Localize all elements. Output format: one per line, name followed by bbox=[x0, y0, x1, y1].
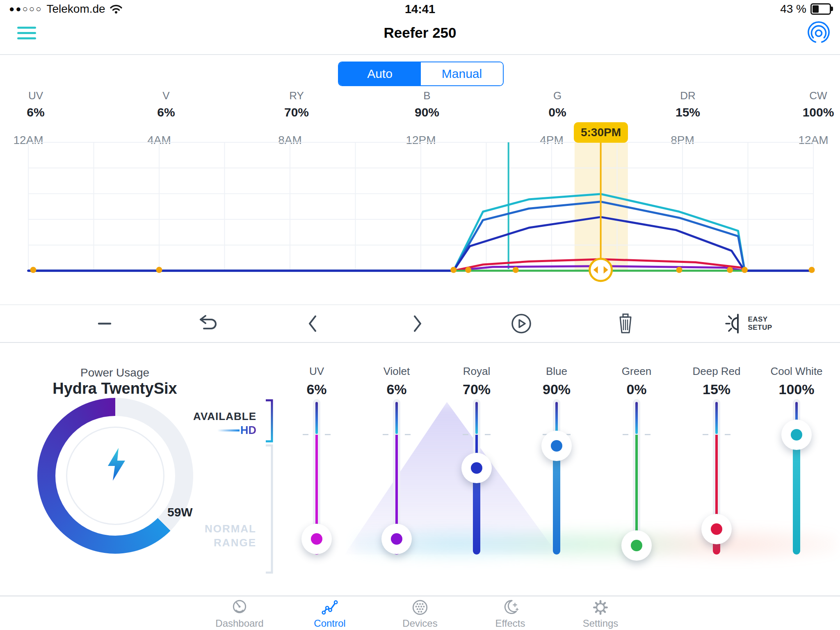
slider-thumb-dot bbox=[471, 462, 482, 474]
undo-button[interactable] bbox=[192, 307, 226, 340]
channel-code: CW bbox=[785, 89, 840, 102]
slider-channel-name: Blue bbox=[517, 365, 596, 378]
easy-setup-icon bbox=[721, 310, 744, 337]
easy-setup-button[interactable]: EASY SETUP bbox=[700, 307, 794, 340]
schedule-point[interactable] bbox=[450, 267, 457, 273]
chevron-right-icon bbox=[415, 316, 420, 331]
schedule-point[interactable] bbox=[727, 267, 733, 273]
next-point-button[interactable] bbox=[400, 307, 434, 340]
slider-hd-segment bbox=[315, 402, 318, 434]
channel-slider[interactable]: Deep Red 15% bbox=[677, 360, 756, 582]
selected-time-badge[interactable]: 5:30PM bbox=[574, 122, 628, 143]
channel-summary-value: 15% bbox=[655, 105, 721, 119]
channel-summary-value: 6% bbox=[3, 105, 68, 119]
easy-setup-label-line1: EASY bbox=[748, 315, 767, 323]
broadcast-icon[interactable] bbox=[805, 21, 829, 46]
channel-slider[interactable]: Blue 90% bbox=[517, 360, 596, 582]
channel-code: V bbox=[133, 89, 199, 102]
device-name: Hydra TwentySix bbox=[25, 380, 205, 397]
channel-slider[interactable]: Green 0% bbox=[597, 360, 676, 582]
channel-code: UV bbox=[3, 89, 68, 102]
play-icon bbox=[508, 310, 534, 337]
chart-toolbar: EASY SETUP bbox=[0, 304, 840, 343]
channel-code: RY bbox=[264, 89, 329, 102]
series-blue bbox=[28, 202, 813, 271]
tab-dashboard[interactable]: Dashboard bbox=[219, 596, 260, 630]
tab-manual[interactable]: Manual bbox=[421, 62, 503, 85]
channel-summary: RY 70% bbox=[264, 89, 329, 119]
slider-thumb[interactable] bbox=[461, 453, 492, 483]
channel-summary: UV 6% bbox=[3, 89, 68, 119]
schedule-point[interactable] bbox=[809, 267, 815, 273]
slider-thumb[interactable] bbox=[781, 420, 812, 450]
slider-channel-value: 15% bbox=[677, 381, 756, 397]
channel-summary: B 90% bbox=[394, 89, 460, 119]
slider-filled-bar bbox=[793, 435, 800, 555]
slider-thumb-dot bbox=[711, 523, 722, 535]
tab-control[interactable]: Control bbox=[309, 596, 350, 630]
slider-channel-name: UV bbox=[277, 365, 356, 378]
slider-channel-name: Violet bbox=[357, 365, 436, 378]
range-brackets bbox=[265, 399, 275, 576]
battery-percent: 43 % bbox=[780, 2, 806, 16]
slider-thumb-dot bbox=[391, 533, 402, 545]
hd-logo-text: HD bbox=[240, 424, 256, 437]
slider-channel-value: 90% bbox=[517, 381, 596, 397]
gear-icon bbox=[591, 598, 610, 617]
tab-settings[interactable]: Settings bbox=[580, 596, 621, 630]
schedule-point[interactable] bbox=[742, 267, 748, 273]
time-scrubber-handle[interactable] bbox=[590, 259, 612, 281]
schedule-point[interactable] bbox=[676, 267, 682, 273]
slider-hd-segment bbox=[715, 402, 718, 434]
zoom-out-button[interactable] bbox=[87, 307, 122, 340]
schedule-point[interactable] bbox=[156, 267, 162, 273]
slider-thumb[interactable] bbox=[621, 530, 652, 561]
power-usage-title: Power Usage bbox=[41, 366, 189, 379]
schedule-point[interactable] bbox=[513, 267, 519, 273]
tab-bar: Dashboard Control Device bbox=[0, 596, 840, 630]
channel-summary: V 6% bbox=[133, 89, 199, 119]
preview-button[interactable] bbox=[504, 307, 539, 340]
hundred-percent-mark bbox=[485, 434, 491, 435]
slider-thumb[interactable] bbox=[541, 431, 572, 461]
time-tick: 12AM bbox=[0, 134, 57, 147]
slider-thumb[interactable] bbox=[301, 524, 332, 554]
lightning-bolt-icon bbox=[104, 447, 128, 482]
hundred-percent-mark bbox=[463, 434, 468, 435]
channel-slider[interactable]: UV 6% bbox=[277, 360, 356, 582]
slider-thumb-dot bbox=[311, 533, 322, 545]
channel-summary-value: 90% bbox=[394, 105, 460, 119]
slider-channel-name: Royal bbox=[437, 365, 516, 378]
tab-devices[interactable]: Devices bbox=[399, 596, 441, 630]
time-tick: 8PM bbox=[654, 134, 711, 147]
selected-time-band bbox=[575, 142, 628, 272]
slider-thumb[interactable] bbox=[381, 524, 412, 554]
channel-slider[interactable]: Cool White 100% bbox=[757, 360, 836, 582]
tab-effects[interactable]: Effects bbox=[490, 596, 531, 630]
device-puck-icon bbox=[411, 598, 429, 617]
channel-slider[interactable]: Violet 6% bbox=[357, 360, 436, 582]
channel-slider[interactable]: Royal 70% bbox=[437, 360, 516, 582]
channel-summary-value: 0% bbox=[525, 105, 590, 119]
schedule-point[interactable] bbox=[30, 267, 36, 273]
hundred-percent-mark bbox=[645, 434, 651, 435]
time-tick: 12AM bbox=[785, 134, 840, 147]
normal-range-label: NORMALRANGE bbox=[164, 522, 256, 550]
delete-button[interactable] bbox=[608, 307, 643, 340]
slider-channel-value: 70% bbox=[437, 381, 516, 397]
tab-auto[interactable]: Auto bbox=[339, 62, 421, 85]
slider-thumb[interactable] bbox=[701, 514, 732, 544]
app-screen: ●●○○○ Telekom.de 14:41 43 % Reefer 250 bbox=[0, 0, 840, 630]
slider-thumb-dot bbox=[551, 440, 562, 452]
schedule-point[interactable] bbox=[465, 267, 471, 273]
channel-summary-value: 100% bbox=[785, 105, 840, 119]
hundred-percent-mark bbox=[703, 434, 708, 435]
slider-channel-value: 6% bbox=[277, 381, 356, 397]
status-bar: ●●○○○ Telekom.de 14:41 43 % bbox=[0, 0, 840, 17]
hundred-percent-mark bbox=[325, 434, 331, 435]
easy-setup-label-line2: SETUP bbox=[748, 324, 772, 331]
channel-summary: DR 15% bbox=[655, 89, 721, 119]
series-violet bbox=[28, 266, 813, 271]
hundred-percent-mark bbox=[303, 434, 308, 435]
prev-point-button[interactable] bbox=[296, 307, 330, 340]
